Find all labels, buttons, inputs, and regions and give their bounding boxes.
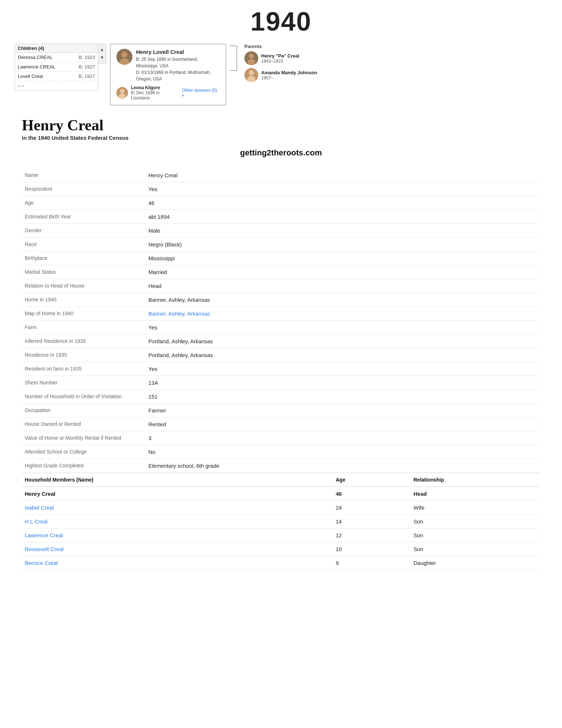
- hh-name-link[interactable]: Roosevelt Creal: [25, 546, 64, 552]
- spouse-birth: B: Dec 1896 in Louisiana: [131, 90, 179, 100]
- hh-name-link[interactable]: Isabel Creal: [25, 505, 54, 511]
- hh-member-name: Isabel Creal: [22, 501, 333, 515]
- field-value: Yes: [146, 321, 540, 335]
- list-item[interactable]: Lovell Creal B: 1927: [15, 72, 98, 81]
- field-label: Name: [22, 169, 146, 182]
- hh-name-link[interactable]: Bernice Creal: [25, 560, 58, 566]
- field-value: Mississippi: [146, 252, 540, 265]
- hh-member-relationship: Wife: [411, 501, 540, 515]
- field-value: Yes: [146, 182, 540, 196]
- table-row: Lawrence Creal12Son: [22, 529, 540, 542]
- field-label: House Owned or Rented: [22, 418, 146, 431]
- main-content: Henry Creal in the 1940 United States Fe…: [0, 113, 562, 585]
- parents-label: Parents: [244, 44, 317, 49]
- hh-member-relationship: Son: [411, 515, 540, 529]
- field-label: Inferred Residence in 1935: [22, 335, 146, 348]
- field-value: abt 1894: [146, 210, 540, 224]
- bracket-connector: [230, 44, 237, 73]
- household-header-row: Household Members (Name) Age Relationshi…: [22, 473, 540, 487]
- table-row: RespondentYes: [22, 182, 540, 196]
- field-value: Henry Creal: [146, 169, 540, 182]
- field-value: Banner, Ashley, Arkansas: [146, 293, 540, 307]
- table-row: RaceNegro (Black): [22, 238, 540, 252]
- hh-member-age: 24: [333, 501, 411, 515]
- table-row: Isabel Creal24Wife: [22, 501, 540, 515]
- field-label: Birthplace: [22, 252, 146, 265]
- person-birth: B: 25 Sep 1890 in Summerland, Mississipp…: [136, 56, 220, 69]
- page-title: Henry Creal: [22, 116, 540, 134]
- table-row: Number of Household in Order of Visitati…: [22, 390, 540, 404]
- detail-table: NameHenry CrealRespondentYesAge46Estimat…: [22, 169, 540, 473]
- table-row: H L Creal14Son: [22, 515, 540, 529]
- table-row: Bernice Creal9Daughter: [22, 556, 540, 570]
- field-value: 13A: [146, 376, 540, 390]
- svg-point-4: [120, 89, 124, 93]
- scroll-arrows: ▲ ▼: [98, 44, 106, 63]
- person-name: Henry Lovell Creal: [136, 49, 220, 55]
- hh-member-age: 10: [333, 542, 411, 556]
- field-value: 46: [146, 196, 540, 210]
- field-value: Banner, Ashley, Arkansas: [146, 307, 540, 321]
- field-label: Estimated Birth Year: [22, 210, 146, 224]
- child-birth: B: 1927: [79, 64, 95, 70]
- field-value: Yes: [146, 362, 540, 376]
- hh-member-age: 46: [333, 487, 411, 501]
- field-link[interactable]: Banner, Ashley, Arkansas: [148, 310, 210, 317]
- hh-member-name: Roosevelt Creal: [22, 542, 333, 556]
- father-info: Henry "Pa" Creal 1843–1923: [261, 53, 299, 64]
- household-table: Household Members (Name) Age Relationshi…: [22, 473, 540, 570]
- scroll-down-arrow[interactable]: ▼: [100, 54, 104, 62]
- hh-member-name: Henry Creal: [22, 487, 333, 501]
- center-person-card: Henry Lovell Creal B: 25 Sep 1890 in Sum…: [110, 44, 226, 106]
- field-value: 3: [146, 431, 540, 445]
- spouse-row: Leona Kilgore B: Dec 1896 in Louisiana O…: [116, 85, 220, 100]
- field-value: Head: [146, 279, 540, 293]
- field-value: Rented: [146, 418, 540, 431]
- hh-member-relationship: Son: [411, 529, 540, 542]
- year-header: 1940: [0, 0, 562, 40]
- father-row[interactable]: Henry "Pa" Creal 1843–1923: [244, 51, 317, 65]
- child-name: Deressa CREAL: [18, 55, 52, 60]
- field-label: Gender: [22, 224, 146, 238]
- list-item[interactable]: Lawrence CREAL B: 1927: [15, 62, 98, 72]
- table-row: Sheet Number13A: [22, 376, 540, 390]
- field-label: Race: [22, 238, 146, 252]
- chevron-down-icon: ▾: [182, 94, 184, 98]
- list-item[interactable]: Deressa CREAL B: 1923: [15, 53, 98, 62]
- svg-point-7: [249, 54, 254, 59]
- list-item[interactable]: – –: [15, 81, 98, 90]
- other-spouses-link[interactable]: Other spouses (6) ▾: [182, 88, 220, 98]
- table-row: OccupationFarmer: [22, 404, 540, 418]
- field-value: Male: [146, 224, 540, 238]
- mother-row[interactable]: Amanda Mandy Johnson 1857–: [244, 68, 317, 82]
- hh-member-relationship: Son: [411, 542, 540, 556]
- table-row: BirthplaceMississippi: [22, 252, 540, 265]
- field-value: Married: [146, 265, 540, 279]
- center-person-wrapper: Henry Lovell Creal B: 25 Sep 1890 in Sum…: [110, 44, 226, 106]
- table-row: Residence in 1935Portland, Ashley, Arkan…: [22, 348, 540, 362]
- table-row: Highest Grade CompletedElementary school…: [22, 459, 540, 473]
- person-card-inner: Henry Lovell Creal B: 25 Sep 1890 in Sum…: [116, 49, 220, 82]
- table-row: FarmYes: [22, 321, 540, 335]
- col-header-age: Age: [333, 473, 411, 487]
- hh-name-link[interactable]: Lawrence Creal: [25, 532, 63, 538]
- field-label: Map of Home in 1940: [22, 307, 146, 321]
- field-label: Number of Household in Order of Visitati…: [22, 390, 146, 404]
- hh-member-age: 14: [333, 515, 411, 529]
- scroll-up-arrow[interactable]: ▲: [100, 46, 104, 54]
- field-label: Relation to Head of House: [22, 279, 146, 293]
- field-label: Resident on farm in 1935: [22, 362, 146, 376]
- person-info: Henry Lovell Creal B: 25 Sep 1890 in Sum…: [136, 49, 220, 82]
- mother-name: Amanda Mandy Johnson: [261, 70, 317, 75]
- table-row: Value of Home or Monthly Rental if Rente…: [22, 431, 540, 445]
- table-row: Age46: [22, 196, 540, 210]
- table-row: Marital StatusMarried: [22, 265, 540, 279]
- hh-name-link[interactable]: H L Creal: [25, 518, 48, 525]
- table-row: Inferred Residence in 1935Portland, Ashl…: [22, 335, 540, 348]
- website-credit: getting2theroots.com: [22, 148, 540, 158]
- child-birth: B: 1927: [79, 74, 95, 79]
- mother-info: Amanda Mandy Johnson 1857–: [261, 70, 317, 80]
- children-panel: Children (4) Deressa CREAL B: 1923 Lawre…: [15, 44, 98, 91]
- field-value: Portland, Ashley, Arkansas: [146, 335, 540, 348]
- children-panel-title: Children (4): [15, 44, 98, 53]
